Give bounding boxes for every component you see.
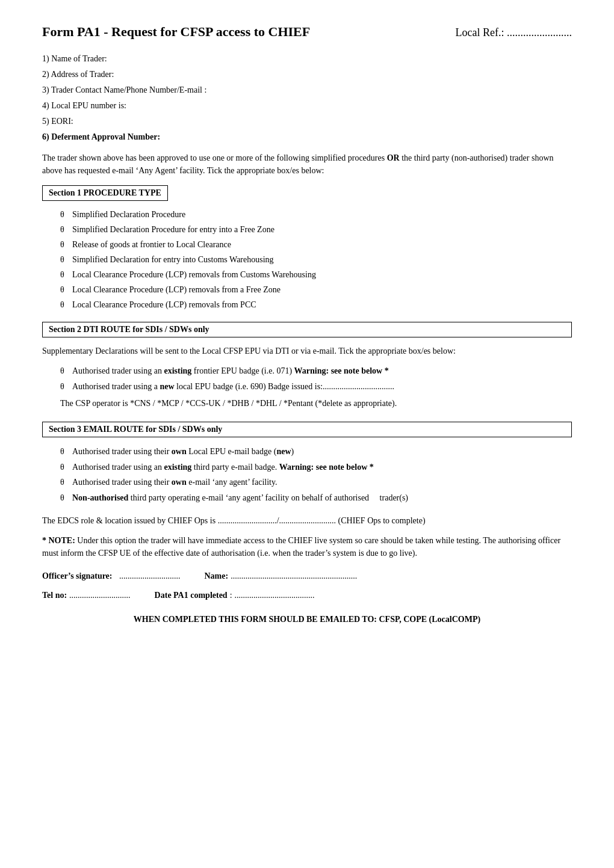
section-3-list: θ Authorised trader using their own Loca…: [60, 445, 572, 505]
section-3-item-4: θ Non-authorised third party operating e…: [60, 491, 572, 505]
field-epu-number: 4) Local EPU number is:: [42, 101, 572, 111]
name-label: Name:: [205, 571, 229, 581]
page-header: Form PA1 - Request for CFSP access to CH…: [42, 24, 572, 40]
section-2-item-1: θ Authorised trader using an existing fr…: [60, 364, 572, 378]
intro-text: The trader shown above has been approved…: [42, 152, 572, 177]
field-deferment: 6) Deferment Approval Number:: [42, 132, 572, 142]
list-item: θLocal Clearance Procedure (LCP) removal…: [60, 268, 572, 281]
section-1-heading: Section 1 PROCEDURE TYPE: [42, 185, 168, 201]
name-dots: ........................................…: [231, 571, 357, 581]
signature-block: Officer’s signature: ...................…: [42, 571, 572, 600]
officer-sig-label: Officer’s signature:: [42, 571, 113, 581]
field-contact: 3) Trader Contact Name/Phone Number/E-ma…: [42, 85, 572, 95]
officer-sig-dots: .............................: [119, 571, 181, 581]
section-2-csp-line: The CSP operator is *CNS / *MCP / *CCS-U…: [60, 396, 572, 411]
date-label: Date PA1 completed: [155, 591, 228, 600]
list-item: θRelease of goods at frontier to Local C…: [60, 238, 572, 251]
list-item: θSimplified Declaration for entry into C…: [60, 253, 572, 266]
name-field: Name: ..................................…: [205, 571, 358, 581]
date-dots: ......................................: [235, 591, 315, 600]
section-2-item-2: θ Authorised trader using a new local EP…: [60, 380, 572, 394]
tel-label: Tel no:: [42, 591, 67, 600]
list-item: θLocal Clearance Procedure (LCP) removal…: [60, 298, 572, 311]
local-ref: Local Ref.: ........................: [456, 26, 572, 39]
tel-field: Tel no: .............................: [42, 591, 131, 600]
section-2: Section 2 DTI ROUTE for SDIs / SDWs only…: [42, 322, 572, 411]
signature-row-1: Officer’s signature: ...................…: [42, 571, 572, 581]
tel-dots: .............................: [69, 591, 131, 600]
list-item: θSimplified Declaration Procedure for en…: [60, 223, 572, 236]
section-1-list: θSimplified Declaration Procedure θSimpl…: [60, 208, 572, 311]
form-title: Form PA1 - Request for CFSP access to CH…: [42, 24, 310, 40]
section-2-intro: Supplementary Declarations will be sent …: [42, 345, 572, 358]
officer-signature-field: Officer’s signature: ...................…: [42, 571, 181, 581]
field-name-of-trader: 1) Name of Trader:: [42, 54, 572, 64]
section-3-heading: Section 3 EMAIL ROUTE for SDIs / SDWs on…: [42, 422, 572, 437]
section-3-item-1: θ Authorised trader using their own Loca…: [60, 445, 572, 459]
section-2-list: θ Authorised trader using an existing fr…: [60, 364, 572, 410]
section-3-item-2: θ Authorised trader using an existing th…: [60, 460, 572, 475]
edcs-line: The EDCS role & location issued by CHIEF…: [42, 516, 572, 526]
note-text: Under this option the trader will have i…: [42, 536, 560, 558]
date-field: Date PA1 completed:.....................…: [155, 591, 315, 600]
signature-row-2: Tel no: ............................. Da…: [42, 591, 572, 600]
section-2-heading: Section 2 DTI ROUTE for SDIs / SDWs only: [42, 322, 572, 337]
field-eori: 5) EORI:: [42, 117, 572, 126]
section-3-item-3: θ Authorised trader using their own e-ma…: [60, 475, 572, 490]
section-1: Section 1 PROCEDURE TYPE θSimplified Dec…: [42, 185, 572, 311]
list-item: θLocal Clearance Procedure (LCP) removal…: [60, 283, 572, 296]
field-address-of-trader: 2) Address of Trader:: [42, 70, 572, 79]
note-block: * NOTE: Under this option the trader wil…: [42, 534, 572, 559]
list-item: θSimplified Declaration Procedure: [60, 208, 572, 221]
section-3: Section 3 EMAIL ROUTE for SDIs / SDWs on…: [42, 422, 572, 505]
footer-text: WHEN COMPLETED THIS FORM SHOULD BE EMAIL…: [42, 615, 572, 624]
note-label: * NOTE:: [42, 536, 75, 545]
